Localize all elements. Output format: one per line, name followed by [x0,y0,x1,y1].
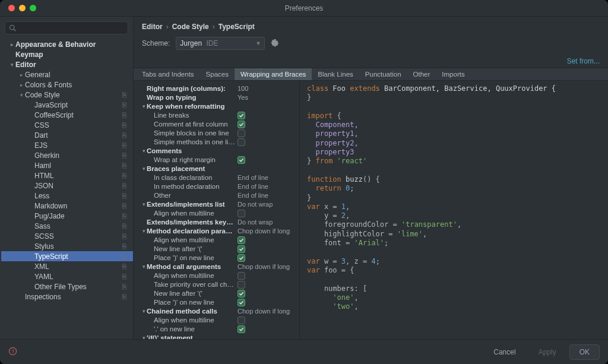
option-value[interactable]: End of line [235,182,294,191]
ok-button[interactable]: OK [569,344,600,360]
option-row[interactable]: Place ')' on new line [138,298,297,307]
sidebar-item-stylus[interactable]: Stylus⎘ [1,241,133,251]
cancel-button[interactable]: Cancel [484,345,525,359]
option-row[interactable]: Comment at first column [138,120,297,129]
tab-punctuation[interactable]: Punctuation [359,68,407,80]
sidebar-item-haml[interactable]: Haml⎘ [1,160,133,170]
option-row[interactable]: ▾'if()' statement [138,334,297,339]
sidebar-item-appearance-behavior[interactable]: ▸Appearance & Behavior [1,39,133,49]
option-row[interactable]: Wrap on typingYes [138,93,297,102]
option-row[interactable]: In class declarationEnd of line [138,173,297,182]
zoom-icon[interactable] [30,5,36,11]
checkbox[interactable] [238,325,245,333]
option-value[interactable]: End of line [235,173,294,182]
option-row[interactable]: Extends/implements keywordDo not wrap [138,218,297,227]
checkbox[interactable] [238,245,245,253]
option-value[interactable]: Do not wrap [235,200,294,209]
sidebar-item-gherkin[interactable]: Gherkin⎘ [1,150,133,160]
option-row[interactable]: Right margin (columns):100 [138,84,297,93]
option-row[interactable]: ▾Braces placement [138,164,297,173]
option-row[interactable]: '.' on new line [138,325,297,334]
gear-icon[interactable] [271,39,279,49]
sidebar-item-sass[interactable]: Sass⎘ [1,221,133,231]
sidebar-item-html[interactable]: HTML⎘ [1,170,133,181]
checkbox[interactable] [238,236,245,244]
option-row[interactable]: Align when multiline [138,209,297,218]
sidebar-item-javascript[interactable]: JavaScript⎘ [1,100,133,110]
close-icon[interactable] [8,5,15,11]
sidebar-item-scss[interactable]: SCSS⎘ [1,231,133,241]
search-field[interactable] [5,21,128,34]
sidebar-item-code-style[interactable]: ▾Code Style⎘ [1,90,133,100]
checkbox[interactable] [238,281,245,289]
checkbox[interactable] [238,299,245,306]
set-from-link[interactable]: Set from... [567,57,600,65]
checkbox[interactable] [238,129,245,137]
sidebar-item-pug-jade[interactable]: Pug/Jade⎘ [1,211,133,221]
tab-imports[interactable]: Imports [436,68,470,80]
option-row[interactable]: In method declarationEnd of line [138,182,297,191]
sidebar-item-inspections[interactable]: Inspections⎘ [1,292,133,302]
checkbox[interactable] [238,316,245,324]
sidebar-item-xml[interactable]: XML⎘ [1,261,133,271]
sidebar-item-yaml[interactable]: YAML⎘ [1,271,133,281]
apply-button[interactable]: Apply [529,345,566,359]
option-row[interactable]: New line after '(' [138,289,297,298]
option-row[interactable]: Line breaks [138,111,297,120]
scheme-select[interactable]: Jurgen IDE ▼ [176,37,265,50]
sidebar-item-json[interactable]: JSON⎘ [1,181,133,191]
breadcrumb-segment[interactable]: Editor [142,23,163,31]
option-value[interactable]: Do not wrap [235,218,294,227]
tab-blank-lines[interactable]: Blank Lines [312,68,359,80]
checkbox[interactable] [238,156,245,164]
search-input[interactable] [18,24,124,32]
option-row[interactable]: OtherEnd of line [138,191,297,200]
sidebar-item-dart[interactable]: Dart⎘ [1,130,133,140]
tab-tabs-and-indents[interactable]: Tabs and Indents [136,68,200,80]
sidebar-item-coffeescript[interactable]: CoffeeScript⎘ [1,110,133,120]
checkbox[interactable] [238,210,245,217]
breadcrumb-segment[interactable]: TypeScript [218,23,255,31]
checkbox[interactable] [238,121,245,128]
option-value[interactable]: Chop down if long [235,262,294,271]
option-row[interactable]: Wrap at right margin [138,156,297,164]
option-value[interactable]: End of line [235,191,294,200]
sidebar-item-keymap[interactable]: Keymap [1,49,133,59]
option-value[interactable]: 100 [235,84,294,93]
sidebar-item-ejs[interactable]: EJS⎘ [1,140,133,150]
sidebar-item-markdown[interactable]: Markdown⎘ [1,201,133,211]
checkbox[interactable] [238,138,245,146]
tab-spaces[interactable]: Spaces [200,68,235,80]
checkbox[interactable] [238,112,245,119]
checkbox[interactable] [238,272,245,280]
option-row[interactable]: Align when multiline [138,316,297,325]
option-value[interactable]: Chop down if long [235,227,294,236]
option-row[interactable]: ▾Comments [138,147,297,156]
option-row[interactable]: Align when multiline [138,236,297,245]
option-row[interactable]: ▾Method declaration parametersChop down … [138,227,297,236]
sidebar-item-other-file-types[interactable]: Other File Types⎘ [1,281,133,292]
option-row[interactable]: Simple blocks in one line [138,129,297,138]
option-row[interactable]: ▾Chained method callsChop down if long [138,307,297,316]
option-row[interactable]: Take priority over call chain wrapping [138,280,297,289]
option-row[interactable]: ▾Keep when reformatting [138,102,297,111]
option-row[interactable]: New line after '(' [138,245,297,254]
sidebar-item-less[interactable]: Less⎘ [1,191,133,201]
checkbox[interactable] [238,254,245,262]
sidebar-item-css[interactable]: CSS⎘ [1,120,133,130]
option-value[interactable]: Yes [235,93,294,102]
option-row[interactable]: Simple methods in one line [138,138,297,147]
option-row[interactable]: Place ')' on new line [138,254,297,262]
option-row[interactable]: ▾Extends/implements listDo not wrap [138,200,297,209]
sidebar-item-editor[interactable]: ▾Editor [1,59,133,69]
tab-other[interactable]: Other [407,68,436,80]
sidebar-item-colors-fonts[interactable]: ▸Colors & Fonts [1,80,133,90]
help-icon[interactable]: ? [8,347,17,357]
option-row[interactable]: ▾Method call argumentsChop down if long [138,262,297,271]
sidebar-item-typescript[interactable]: TypeScript⎘ [1,251,133,261]
tab-wrapping-and-braces[interactable]: Wrapping and Braces [235,68,312,80]
option-value[interactable]: Chop down if long [235,307,294,316]
option-row[interactable]: Align when multiline [138,271,297,280]
breadcrumb-segment[interactable]: Code Style [172,23,209,31]
minimize-icon[interactable] [19,5,26,11]
